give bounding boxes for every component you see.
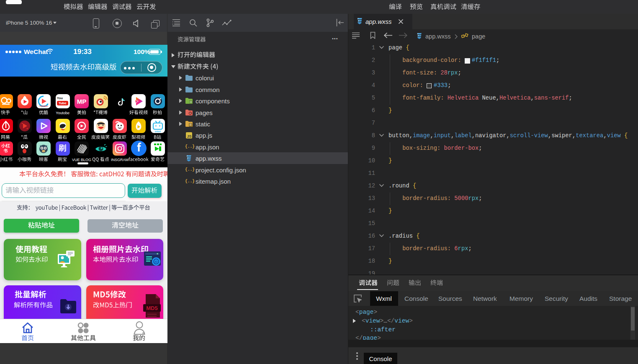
svg-text:bilibili: bilibili xyxy=(154,130,161,133)
svg-text:ID: ID xyxy=(155,260,158,263)
svg-text:YOUKU: YOUKU xyxy=(39,105,48,108)
svg-text:MP: MP xyxy=(77,98,87,105)
svg-text:MD5: MD5 xyxy=(146,305,157,311)
